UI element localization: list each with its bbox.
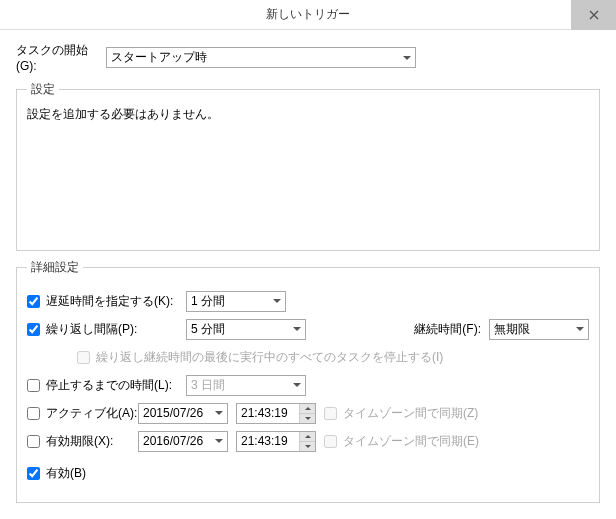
settings-legend: 設定 bbox=[27, 81, 59, 98]
window-title: 新しいトリガー bbox=[266, 6, 350, 23]
enabled-label: 有効(B) bbox=[46, 465, 86, 482]
stop-after-label: 停止するまでの時間(L): bbox=[46, 377, 186, 394]
expire-date-wrap bbox=[138, 431, 228, 452]
stop-at-end-checkbox bbox=[77, 351, 90, 364]
task-start-label: タスクの開始(G): bbox=[16, 42, 106, 73]
delay-checkbox[interactable] bbox=[27, 295, 40, 308]
spin-down-icon bbox=[305, 445, 311, 448]
activate-checkbox[interactable] bbox=[27, 407, 40, 420]
activate-tz-label: タイムゾーン間で同期(Z) bbox=[343, 405, 478, 422]
stop-after-combo-wrap bbox=[186, 375, 306, 396]
task-start-select[interactable] bbox=[106, 47, 416, 68]
delay-row: 遅延時間を指定する(K): bbox=[27, 290, 589, 312]
duration-combo[interactable] bbox=[489, 319, 589, 340]
spin-down-icon bbox=[305, 417, 311, 420]
expire-tz-checkbox bbox=[324, 435, 337, 448]
spin-up-icon bbox=[305, 407, 311, 410]
repeat-label: 繰り返し間隔(P): bbox=[46, 321, 186, 338]
expire-time-spinner[interactable] bbox=[299, 432, 315, 451]
dialog-content: タスクの開始(G): 設定 設定を追加する必要はありません。 詳細設定 遅延時間… bbox=[0, 30, 616, 519]
activate-date[interactable] bbox=[138, 403, 228, 424]
duration-label: 継続時間(F): bbox=[414, 321, 481, 338]
expire-row: 有効期限(X): タイムゾーン間で同期(E) bbox=[27, 430, 589, 452]
activate-date-wrap bbox=[138, 403, 228, 424]
activate-label: アクティブ化(A): bbox=[46, 405, 138, 422]
advanced-legend: 詳細設定 bbox=[27, 259, 83, 276]
repeat-row: 繰り返し間隔(P): 継続時間(F): bbox=[27, 318, 589, 340]
enabled-row: 有効(B) bbox=[27, 462, 589, 484]
delay-combo[interactable] bbox=[186, 291, 286, 312]
expire-checkbox[interactable] bbox=[27, 435, 40, 448]
activate-time-wrap bbox=[236, 403, 316, 424]
task-start-row: タスクの開始(G): bbox=[16, 42, 600, 73]
advanced-group: 詳細設定 遅延時間を指定する(K): 繰り返し間隔(P): 継続時間(F): 繰… bbox=[16, 259, 600, 503]
stop-after-checkbox[interactable] bbox=[27, 379, 40, 392]
close-icon bbox=[589, 10, 599, 20]
expire-tz-label: タイムゾーン間で同期(E) bbox=[343, 433, 479, 450]
enabled-checkbox[interactable] bbox=[27, 467, 40, 480]
stop-at-end-row: 繰り返し継続時間の最後に実行中のすべてのタスクを停止する(I) bbox=[77, 346, 589, 368]
repeat-checkbox[interactable] bbox=[27, 323, 40, 336]
activate-tz-checkbox bbox=[324, 407, 337, 420]
stop-after-combo[interactable] bbox=[186, 375, 306, 396]
button-row: OK キャンセル bbox=[16, 503, 600, 519]
spin-up-icon bbox=[305, 435, 311, 438]
task-start-combo-wrap bbox=[106, 47, 416, 68]
expire-time-wrap bbox=[236, 431, 316, 452]
activate-time-spinner[interactable] bbox=[299, 404, 315, 423]
repeat-combo[interactable] bbox=[186, 319, 306, 340]
stop-at-end-label: 繰り返し継続時間の最後に実行中のすべてのタスクを停止する(I) bbox=[96, 349, 443, 366]
duration-combo-wrap bbox=[489, 319, 589, 340]
repeat-combo-wrap bbox=[186, 319, 306, 340]
delay-combo-wrap bbox=[186, 291, 286, 312]
expire-date[interactable] bbox=[138, 431, 228, 452]
settings-message: 設定を追加する必要はありません。 bbox=[27, 106, 589, 123]
activate-row: アクティブ化(A): タイムゾーン間で同期(Z) bbox=[27, 402, 589, 424]
delay-label: 遅延時間を指定する(K): bbox=[46, 293, 186, 310]
settings-group: 設定 設定を追加する必要はありません。 bbox=[16, 81, 600, 251]
close-button[interactable] bbox=[571, 0, 616, 30]
expire-label: 有効期限(X): bbox=[46, 433, 138, 450]
titlebar: 新しいトリガー bbox=[0, 0, 616, 30]
stop-after-row: 停止するまでの時間(L): bbox=[27, 374, 589, 396]
